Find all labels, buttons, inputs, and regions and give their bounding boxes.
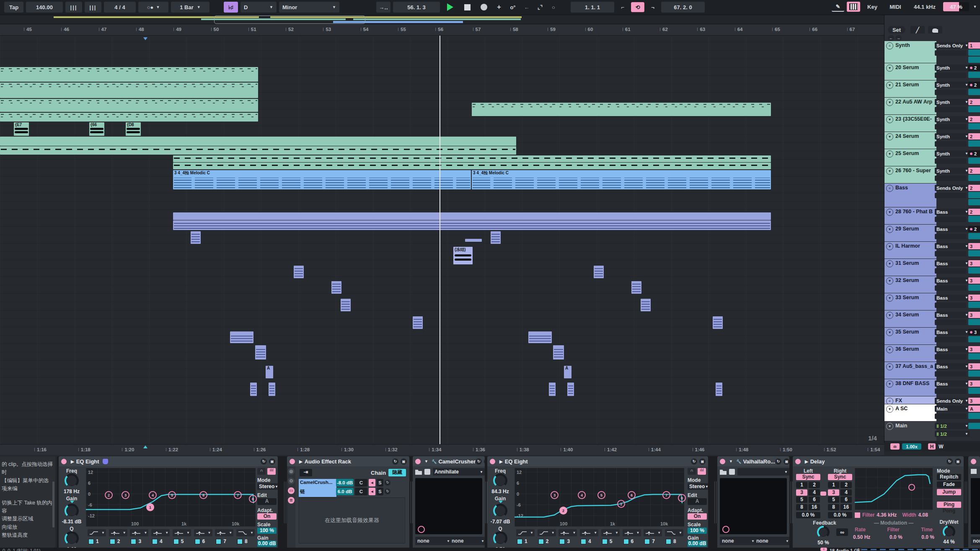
track-value-box[interactable]: 2 — [968, 226, 980, 232]
eq-band-handle[interactable]: 5 — [168, 491, 176, 499]
eq-band-cell[interactable]: ▼3 — [128, 528, 149, 547]
track-value-box[interactable]: 2 — [968, 209, 980, 215]
chain-pan-field[interactable]: C — [355, 479, 367, 486]
track-fold-icon[interactable]: ▼ — [886, 226, 893, 233]
analyze-toggle[interactable]: ılıl — [267, 468, 276, 475]
stereo-link-icon[interactable] — [820, 492, 826, 496]
track-value-box[interactable]: 0 — [968, 192, 980, 198]
group-fold-icon[interactable]: ≡ — [886, 398, 893, 405]
track-input-field[interactable] — [935, 124, 967, 129]
track-row[interactable]: ≡BassSends Only▼200 — [884, 184, 980, 208]
track-value-box[interactable]: 2 — [968, 185, 980, 191]
right-beat-button[interactable]: 6 — [840, 497, 852, 503]
left-beat-button[interactable]: 6 — [809, 497, 820, 503]
clip[interactable]: A — [266, 366, 273, 378]
track-input-field[interactable] — [935, 107, 967, 112]
filter-type-menu[interactable]: ▼ — [194, 529, 212, 536]
track-name-block[interactable]: ▼34 Serum — [884, 310, 936, 327]
track-row[interactable]: ▼29 SerumBass▼2-4 — [884, 225, 980, 242]
band-activate-toggle[interactable] — [173, 539, 179, 544]
track-name-block[interactable]: ▼35 Serum — [884, 328, 936, 344]
track-value-box[interactable]: 0 — [968, 302, 980, 308]
track-name[interactable]: 29 Serum — [895, 226, 919, 232]
clip[interactable]: {E7 — [14, 122, 29, 136]
track-fold-icon[interactable]: ▼ — [886, 363, 893, 370]
track-fold-icon[interactable]: ▼ — [886, 116, 893, 123]
track-value-box[interactable]: 3 — [968, 312, 980, 318]
track-value-box[interactable]: -1 — [968, 319, 980, 325]
analyze-toggle[interactable]: ılıl — [698, 468, 706, 475]
eq-band-cell[interactable]: ▼6 — [192, 528, 213, 547]
clip[interactable] — [0, 83, 258, 98]
track-value-box[interactable]: 3 — [968, 260, 980, 266]
right-beat-button[interactable]: 8 — [828, 504, 839, 510]
eq-band-cell[interactable]: ▼6 — [621, 528, 642, 547]
track-routing-menu[interactable]: Bass▼ — [935, 312, 970, 318]
right-beat-button[interactable]: 1 — [828, 482, 839, 488]
eq-band-handle[interactable]: 3 — [122, 491, 129, 499]
track-name-block[interactable]: ▼22 Au5 AW Arp — [884, 98, 936, 114]
track-name[interactable]: 34 Serum — [895, 312, 919, 318]
device-separator[interactable] — [284, 481, 286, 523]
track-row[interactable]: ▼Main‖ 1/2▼‖ 1/2▼0 — [884, 422, 980, 442]
mod-filter-value[interactable]: 0.0 % — [889, 534, 902, 540]
left-beat-button[interactable]: 3 — [796, 489, 807, 496]
macro-knobs-icon[interactable]: ⊙ — [288, 478, 295, 484]
track-input-field[interactable] — [935, 371, 967, 377]
track-width-button[interactable]: W — [937, 443, 945, 450]
left-beat-button[interactable]: 16 — [809, 504, 820, 510]
track-value-box[interactable]: 3 — [968, 243, 980, 249]
clip[interactable] — [491, 231, 501, 244]
eq-band-cell[interactable]: ▼2 — [536, 528, 557, 547]
param-slot-1[interactable]: none▼ — [720, 537, 757, 545]
eq-band-handle[interactable]: 6 — [628, 491, 636, 499]
track-routing-menu[interactable]: Synth▼ — [935, 133, 970, 140]
track-value-box[interactable]: 3 — [968, 380, 980, 387]
drywet-knob[interactable] — [943, 525, 955, 538]
clip[interactable] — [331, 281, 341, 294]
track-name-block[interactable]: ▼38 DNF BASS — [884, 379, 936, 396]
track-row[interactable]: ▼38 DNF BASSBass▼3-3 — [884, 379, 980, 397]
track-value-box[interactable]: 3 — [968, 277, 980, 284]
track-routing-menu[interactable]: Synth▼ — [935, 168, 970, 174]
band-activate-toggle[interactable] — [581, 539, 586, 544]
band-activate-toggle[interactable] — [110, 539, 115, 544]
adaptq-toggle[interactable]: On — [257, 513, 277, 520]
param-slot-2[interactable]: none▼ — [450, 537, 485, 545]
track-name[interactable]: A SC — [895, 406, 908, 411]
track-name-block[interactable]: ▼A SC — [884, 404, 936, 421]
track-value-box[interactable]: -5 — [968, 175, 980, 181]
left-beat-button[interactable]: 5 — [796, 497, 807, 503]
clip[interactable] — [716, 383, 722, 396]
eq-band-cell[interactable]: ▼3 — [557, 528, 578, 547]
track-routing-menu[interactable]: Bass▼ — [935, 243, 970, 249]
expand-plugin-icon[interactable] — [418, 526, 425, 533]
midi-map-button[interactable]: MIDI — [884, 2, 906, 12]
track-fold-icon[interactable]: ▼ — [886, 380, 893, 388]
track-fold-icon[interactable]: ▼ — [886, 65, 893, 72]
track-value-box[interactable]: -3 — [968, 388, 980, 394]
delay-filter-graph[interactable] — [855, 468, 933, 510]
track-name-block[interactable]: ≡Bass — [884, 184, 936, 207]
rate-value[interactable]: 0.50 Hz — [853, 534, 870, 540]
clip[interactable]: 3 4_4拍 Melodic C — [173, 170, 471, 189]
track-routing-menu[interactable]: Bass▼ — [935, 226, 970, 232]
filter-type-menu[interactable]: ▼ — [130, 529, 148, 536]
device-separator[interactable] — [714, 481, 716, 523]
right-beat-button[interactable]: 5 — [828, 497, 839, 503]
left-beat-button[interactable]: 2 — [809, 482, 820, 488]
param-slot-2[interactable]: none▼ — [754, 537, 789, 545]
track-name[interactable]: 31 Serum — [895, 260, 919, 266]
band-activate-toggle[interactable] — [559, 539, 565, 544]
track-input-field[interactable] — [935, 414, 967, 419]
expand-plugin-icon[interactable] — [722, 526, 729, 533]
nudge-up-button[interactable]: ||| — [85, 2, 101, 13]
scale-field[interactable]: 100 % — [688, 528, 707, 534]
track-value-box[interactable]: 3 — [968, 329, 980, 335]
record-button[interactable] — [477, 2, 491, 13]
track-routing-menu[interactable]: Bass▼ — [935, 346, 970, 352]
eq-band-handle[interactable]: 5 — [597, 491, 605, 499]
eq-band-cell[interactable]: ▼1 — [515, 528, 535, 547]
track-name-block[interactable]: ▼31 Serum — [884, 259, 936, 276]
track-value-box[interactable]: A — [968, 406, 980, 412]
